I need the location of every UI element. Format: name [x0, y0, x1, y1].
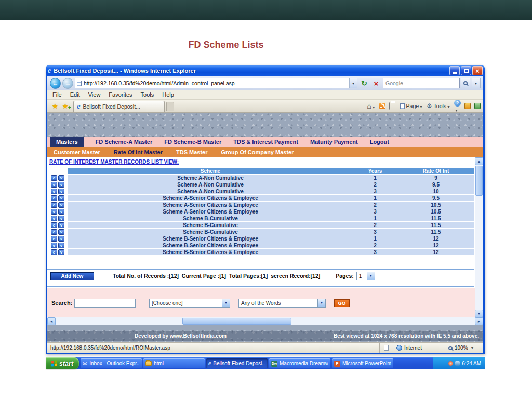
add-new-button[interactable]: Add New [50, 272, 94, 280]
scroll-down-icon[interactable]: ▼ [475, 310, 483, 317]
addon-icon-1[interactable] [464, 103, 471, 109]
view-record-button[interactable]: v [58, 236, 64, 242]
taskbar-inbox-outlook-expr[interactable]: Inbox - Outlook Expr... [81, 358, 142, 368]
subnav-rate-of-int-master[interactable]: Rate Of Int Master [114, 149, 163, 155]
view-record-button[interactable]: v [58, 216, 64, 221]
menu-edit[interactable]: Edit [66, 91, 84, 98]
tray-icon-1[interactable] [448, 361, 453, 366]
rate-cell: 12 [397, 249, 474, 255]
address-dropdown-button[interactable]: ▼ [349, 78, 357, 88]
stop-button[interactable]: × [371, 78, 381, 88]
print-button[interactable] [389, 103, 390, 109]
view-record-button[interactable]: v [58, 182, 64, 188]
window-body: ← → http://192.168.0.35/fd%20demo/html/A… [47, 76, 483, 353]
powerpoint-icon [334, 361, 340, 367]
edit-record-button[interactable]: e [51, 182, 57, 188]
view-record-button[interactable]: v [58, 243, 64, 248]
refresh-button[interactable]: ↻ [359, 78, 369, 88]
edit-record-button[interactable]: e [51, 209, 57, 215]
menu-help[interactable]: Help [158, 91, 178, 98]
taskbar-html[interactable]: html [143, 358, 205, 368]
forward-button[interactable]: → [62, 78, 73, 89]
subnav-tds-master[interactable]: TDS Master [176, 149, 208, 155]
subnav-group-of-company-master[interactable]: Group Of Company Master [221, 149, 294, 155]
tools-menu-button[interactable]: ⚙ Tools▼ [427, 102, 450, 110]
search-input[interactable] [74, 299, 136, 308]
edit-record-button[interactable]: e [51, 229, 57, 235]
view-record-button[interactable]: v [58, 202, 64, 208]
edit-record-button[interactable]: e [51, 195, 57, 201]
rate-cell: 12 [397, 235, 474, 242]
scroll-right-icon[interactable]: ► [475, 317, 483, 325]
table-row: evScheme A-Senior Citizens & Employee19.… [50, 195, 474, 201]
feeds-icon[interactable] [379, 103, 385, 109]
nav-fd-scheme-a-master[interactable]: FD Scheme-A Master [96, 139, 153, 145]
taskbar-bellsoft-fixed-deposi[interactable]: Bellsoft Fixed Deposi... [206, 358, 268, 368]
back-button[interactable]: ← [50, 78, 61, 89]
browser-tab[interactable]: e Bellsoft Fixed Deposit... [73, 101, 165, 112]
search-match-select[interactable]: Any of the Words ▼ [238, 299, 326, 308]
home-button[interactable]: ⌂▼ [367, 102, 375, 110]
minimize-button[interactable] [449, 66, 460, 75]
search-go-button[interactable] [461, 78, 470, 88]
search-box[interactable]: Google [383, 78, 460, 88]
address-toolbar: ← → http://192.168.0.35/fd%20demo/html/A… [47, 76, 483, 90]
edit-record-button[interactable]: e [51, 216, 57, 221]
nav-logout[interactable]: Logout [370, 139, 389, 145]
table-row: evScheme A-Non Cumulative19 [50, 175, 474, 181]
go-button[interactable]: GO [334, 299, 350, 307]
menu-view[interactable]: View [84, 91, 105, 98]
zoom-control[interactable]: 100% ▼ [445, 343, 483, 353]
address-bar[interactable]: http://192.168.0.35/fd%20demo/html/Admin… [75, 78, 357, 88]
vertical-scroll-thumb[interactable] [475, 166, 483, 196]
edit-record-button[interactable]: e [51, 222, 57, 228]
edit-record-button[interactable]: e [51, 236, 57, 242]
view-record-button[interactable]: v [58, 195, 64, 201]
taskbar-item-label: Macromedia Dreamw... [280, 361, 328, 366]
edit-record-button[interactable]: e [51, 202, 57, 208]
view-record-button[interactable]: v [58, 209, 64, 215]
view-record-button[interactable]: v [58, 222, 64, 228]
addon-icon-2[interactable] [474, 103, 481, 109]
vertical-scrollbar[interactable]: ▲ ▼ [475, 157, 483, 317]
add-favorite-icon[interactable]: ★ [60, 102, 71, 110]
page-select[interactable]: 1 ▼ [356, 272, 375, 280]
rate-cell: 10 [397, 188, 474, 194]
scroll-up-icon[interactable]: ▲ [475, 157, 483, 165]
start-button[interactable]: start [46, 357, 79, 369]
view-record-button[interactable]: v [58, 249, 64, 255]
nav-masters[interactable]: Masters [50, 137, 84, 147]
list-heading-link[interactable]: RATE OF INTEREST MASTER RECORDS LIST VIE… [49, 159, 179, 165]
menu-favorites[interactable]: Favorites [104, 91, 136, 98]
edit-record-button[interactable]: e [51, 175, 57, 181]
edit-record-button[interactable]: e [51, 243, 57, 248]
menu-tools[interactable]: Tools [137, 91, 158, 98]
taskbar-macromedia-dreamw[interactable]: Macromedia Dreamw... [269, 358, 330, 368]
maximize-button[interactable] [461, 66, 471, 75]
menu-file[interactable]: File [48, 91, 66, 98]
close-button[interactable]: × [472, 66, 483, 75]
horizontal-scrollbar[interactable]: ◄ ► [47, 317, 483, 325]
help-button[interactable]: ?▼ [454, 100, 461, 113]
view-record-button[interactable]: v [58, 229, 64, 235]
page-menu-button[interactable]: Page▼ [400, 103, 423, 109]
view-record-button[interactable]: v [58, 175, 64, 181]
scroll-left-icon[interactable]: ◄ [47, 317, 56, 325]
edit-record-button[interactable]: e [51, 189, 57, 194]
tray-icon-2[interactable] [455, 361, 460, 366]
nav-fd-scheme-b-master[interactable]: FD Scheme-B Master [164, 139, 221, 145]
search-category-select[interactable]: [Choose one] ▼ [149, 299, 230, 308]
nav-tds-interest-payment[interactable]: TDS & Interest Payment [233, 139, 298, 145]
horizontal-scroll-thumb[interactable] [182, 318, 291, 325]
nav-maturity-payment[interactable]: Maturity Payment [310, 139, 358, 145]
pages-label: Pages: [336, 273, 353, 279]
view-record-button[interactable]: v [58, 189, 64, 194]
favorites-center-icon[interactable]: ★ [50, 102, 60, 110]
new-tab-button[interactable] [166, 102, 174, 111]
subnav-customer-master[interactable]: Customer Master [54, 149, 100, 155]
search-options-button[interactable]: ▼ [472, 78, 481, 88]
edit-record-button[interactable]: e [51, 249, 57, 255]
rate-cell: 10.5 [397, 202, 474, 208]
taskbar-microsoft-powerpoint[interactable]: Microsoft PowerPoint... [332, 358, 393, 368]
scheme-cell: Scheme A-Non Cumulative [68, 175, 353, 181]
